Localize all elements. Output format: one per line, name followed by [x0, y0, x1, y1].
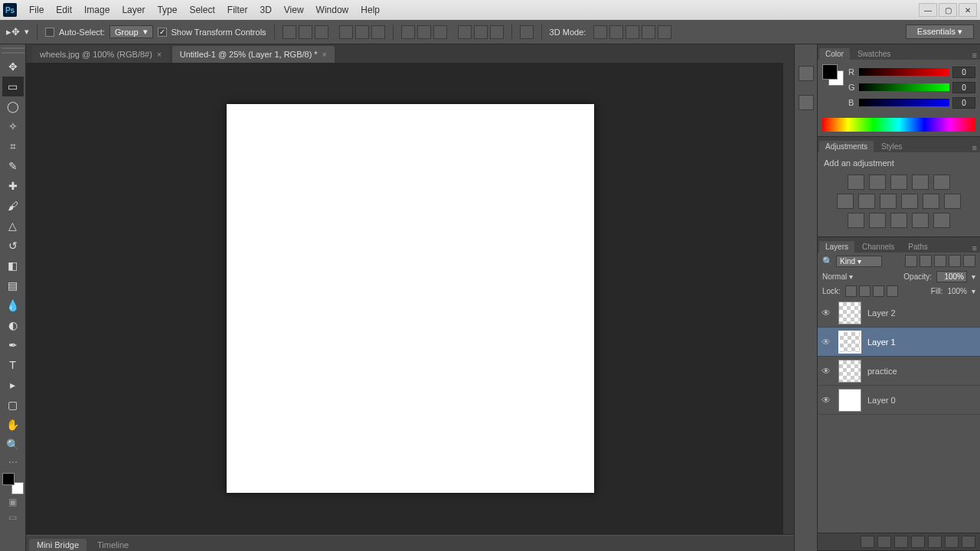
group-layers-icon[interactable]: [928, 536, 942, 548]
tab-close-icon[interactable]: ×: [157, 51, 162, 59]
color-lookup-icon[interactable]: [944, 194, 961, 209]
adjustments-tab[interactable]: Adjustments: [819, 141, 874, 152]
distribute-hcenter-icon[interactable]: [417, 25, 431, 39]
layer-style-icon[interactable]: [877, 536, 891, 548]
canvas-viewport[interactable]: [26, 63, 794, 534]
threshold-icon[interactable]: [890, 213, 907, 228]
color-spectrum[interactable]: [822, 118, 975, 132]
vertical-scrollbar[interactable]: [783, 63, 794, 534]
foreground-swatch[interactable]: [822, 64, 838, 80]
lock-position-icon[interactable]: [873, 285, 884, 297]
selective-color-icon[interactable]: [933, 213, 950, 228]
foreground-color-swatch[interactable]: [2, 473, 15, 485]
3d-rotate-icon[interactable]: [593, 25, 607, 39]
opacity-value[interactable]: 100%: [936, 271, 967, 282]
gradient-tool[interactable]: ▤: [2, 276, 24, 295]
align-top-icon[interactable]: [339, 25, 353, 39]
paths-tab[interactable]: Paths: [902, 241, 934, 253]
mini-bridge-tab[interactable]: Mini Bridge: [29, 539, 87, 551]
menu-filter[interactable]: Filter: [221, 2, 254, 18]
menu-file[interactable]: File: [23, 2, 50, 18]
b-value[interactable]: 0: [952, 97, 975, 109]
brush-tool[interactable]: 🖌: [2, 196, 24, 216]
black-white-icon[interactable]: [880, 194, 897, 209]
menu-layer[interactable]: Layer: [116, 2, 151, 18]
menu-help[interactable]: Help: [354, 2, 386, 18]
layer-row[interactable]: 👁Layer 0: [818, 386, 980, 415]
g-value[interactable]: 0: [952, 82, 975, 93]
tab-close-icon[interactable]: ×: [322, 51, 327, 59]
show-transform-checkbox[interactable]: [158, 28, 167, 37]
layer-mask-icon[interactable]: [894, 536, 908, 548]
layer-row[interactable]: 👁practice: [818, 357, 980, 386]
panel-menu-icon[interactable]: ≡: [969, 243, 980, 253]
close-button[interactable]: ✕: [959, 3, 977, 17]
distribute-top-icon[interactable]: [458, 25, 472, 39]
layer-thumbnail[interactable]: [838, 360, 861, 383]
layer-filter-kind[interactable]: Kind ▾: [836, 256, 882, 267]
shape-tool[interactable]: ▢: [2, 395, 24, 415]
posterize-icon[interactable]: [869, 213, 886, 228]
blend-mode-dropdown[interactable]: Normal ▾: [822, 272, 891, 281]
minimize-button[interactable]: —: [919, 3, 937, 17]
quick-mask-toggle[interactable]: ▣: [2, 494, 24, 510]
menu-3d[interactable]: 3D: [253, 2, 277, 18]
document-canvas[interactable]: [227, 104, 594, 493]
3d-scale-icon[interactable]: [658, 25, 671, 39]
layer-thumbnail[interactable]: [838, 302, 861, 324]
layer-name[interactable]: Layer 0: [867, 396, 896, 405]
auto-align-icon[interactable]: [520, 25, 534, 39]
invert-icon[interactable]: [848, 213, 864, 228]
move-tool[interactable]: ✥: [2, 57, 24, 77]
curves-icon[interactable]: [890, 174, 907, 190]
layer-thumbnail[interactable]: [838, 331, 861, 354]
align-left-icon[interactable]: [283, 25, 296, 39]
align-right-icon[interactable]: [315, 25, 328, 39]
panel-menu-icon[interactable]: ≡: [969, 143, 980, 152]
auto-select-checkbox[interactable]: [45, 28, 54, 37]
layer-name[interactable]: Layer 2: [867, 308, 896, 318]
photo-filter-icon[interactable]: [901, 194, 918, 209]
align-vcenter-icon[interactable]: [355, 25, 369, 39]
color-swatch-pair[interactable]: [822, 64, 844, 86]
menu-type[interactable]: Type: [151, 2, 183, 18]
menu-select[interactable]: Select: [183, 2, 220, 18]
lock-image-icon[interactable]: [859, 285, 871, 297]
distribute-left-icon[interactable]: [401, 25, 415, 39]
timeline-tab[interactable]: Timeline: [90, 539, 136, 551]
color-balance-icon[interactable]: [858, 194, 875, 209]
layers-tab[interactable]: Layers: [819, 241, 854, 253]
clone-stamp-tool[interactable]: △: [2, 216, 24, 236]
menu-view[interactable]: View: [278, 2, 310, 18]
panel-grip[interactable]: [2, 47, 24, 54]
panel-menu-icon[interactable]: ≡: [969, 51, 980, 60]
new-layer-icon[interactable]: [945, 536, 959, 548]
align-hcenter-icon[interactable]: [299, 25, 312, 39]
pen-tool[interactable]: ✒: [2, 335, 24, 355]
marquee-tool[interactable]: ▭: [2, 77, 24, 96]
distribute-bottom-icon[interactable]: [490, 25, 504, 39]
lock-all-icon[interactable]: [887, 285, 898, 297]
menu-image[interactable]: Image: [78, 2, 116, 18]
move-tool-icon[interactable]: ▸✥: [6, 26, 20, 37]
vibrance-icon[interactable]: [933, 174, 950, 190]
gradient-map-icon[interactable]: [912, 213, 929, 228]
lock-transparency-icon[interactable]: [845, 285, 857, 297]
layer-name[interactable]: practice: [867, 367, 897, 376]
levels-icon[interactable]: [869, 174, 886, 190]
history-brush-tool[interactable]: ↺: [2, 236, 24, 256]
delete-layer-icon[interactable]: [962, 536, 975, 548]
magic-wand-tool[interactable]: ✧: [2, 116, 24, 136]
adjustment-layer-icon[interactable]: [911, 536, 925, 548]
path-selection-tool[interactable]: ▸: [2, 375, 24, 395]
filter-shape-icon[interactable]: [949, 255, 961, 267]
3d-slide-icon[interactable]: [642, 25, 655, 39]
history-panel-icon[interactable]: [799, 66, 814, 81]
dodge-tool[interactable]: ◐: [2, 315, 24, 335]
layer-row[interactable]: 👁Layer 1: [818, 328, 980, 357]
align-bottom-icon[interactable]: [371, 25, 385, 39]
lasso-tool[interactable]: ◯: [2, 96, 24, 116]
g-slider[interactable]: [859, 83, 949, 91]
filter-type-icon[interactable]: [934, 255, 946, 267]
distribute-vcenter-icon[interactable]: [474, 25, 488, 39]
